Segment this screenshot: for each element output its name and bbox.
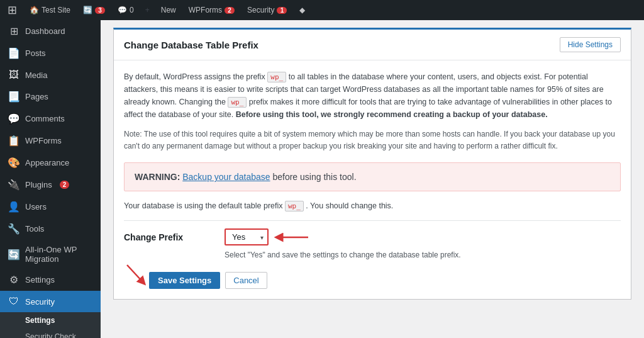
prefix-select[interactable]: Yes No bbox=[225, 228, 269, 245]
divider bbox=[124, 220, 621, 221]
separator: + bbox=[145, 6, 150, 14]
cancel-button[interactable]: Cancel bbox=[225, 272, 267, 289]
actions-row: Save Settings Cancel bbox=[124, 272, 621, 289]
media-icon: 🖼 bbox=[8, 69, 20, 81]
comments-icon: 💬 bbox=[8, 113, 20, 125]
red-arrow-indicator bbox=[274, 230, 311, 245]
admin-bar-diamond[interactable]: ◆ bbox=[297, 0, 308, 20]
sidebar-item-tools[interactable]: 🔧 Tools bbox=[0, 218, 101, 240]
sidebar-item-settings[interactable]: ⚙ Settings bbox=[0, 269, 101, 291]
sidebar-subitem-settings[interactable]: Settings bbox=[0, 312, 101, 329]
sidebar-item-label: Security bbox=[25, 297, 55, 307]
site-home-icon: 🏠 bbox=[30, 6, 39, 14]
sidebar-item-label: Users bbox=[25, 202, 47, 211]
wp-logo-icon: ⊞ bbox=[8, 3, 17, 17]
sidebar-item-label: Media bbox=[25, 70, 47, 80]
prefix-select-row: Yes No ▾ bbox=[225, 228, 461, 245]
sidebar-item-appearance[interactable]: 🎨 Appearance bbox=[0, 152, 101, 174]
prefix-code-2: wp_ bbox=[228, 97, 247, 108]
hide-settings-button[interactable]: Hide Settings bbox=[560, 37, 621, 52]
backup-database-link[interactable]: Backup your database bbox=[182, 172, 270, 182]
prefix-code-1: wp_ bbox=[267, 72, 286, 82]
prefix-hint-text: Select "Yes" and save the settings to ch… bbox=[225, 251, 461, 259]
warning-box: WARNING: Backup your database before usi… bbox=[124, 162, 621, 191]
sidebar-item-users[interactable]: 👤 Users bbox=[0, 196, 101, 218]
sidebar-item-label: Plugins bbox=[25, 180, 52, 189]
pages-icon: 📃 bbox=[8, 91, 20, 103]
users-icon: 👤 bbox=[8, 201, 20, 213]
prefix-info-code: wp_ bbox=[285, 201, 304, 211]
sidebar-item-label: Appearance bbox=[25, 158, 69, 167]
plugins-badge: 2 bbox=[60, 181, 70, 189]
updates-icon: 🔄 bbox=[83, 6, 92, 14]
box-body: By default, WordPress assigns the prefix… bbox=[114, 60, 631, 299]
change-prefix-section: Change Prefix Yes No ▾ bbox=[124, 228, 621, 259]
sidebar-item-label: Comments bbox=[25, 114, 65, 123]
sidebar-item-wpforms[interactable]: 📋 WPForms bbox=[0, 130, 101, 152]
sidebar-item-dashboard[interactable]: ⊞ Dashboard bbox=[0, 20, 101, 42]
sidebar-item-plugins[interactable]: 🔌 Plugins 2 bbox=[0, 174, 101, 196]
diamond-icon: ◆ bbox=[299, 6, 305, 14]
sidebar-item-label: Tools bbox=[25, 224, 44, 234]
change-prefix-box: Change Database Table Prefix Hide Settin… bbox=[113, 28, 631, 300]
sidebar-subitem-security-check[interactable]: Security Check bbox=[0, 329, 101, 338]
save-settings-button[interactable]: Save Settings bbox=[149, 272, 220, 289]
posts-icon: 📄 bbox=[8, 47, 20, 59]
main-content-area: Change Database Table Prefix Hide Settin… bbox=[101, 20, 644, 338]
sidebar-item-label: Dashboard bbox=[25, 26, 65, 36]
sidebar-item-comments[interactable]: 💬 Comments bbox=[0, 108, 101, 130]
prefix-controls: Yes No ▾ bbox=[225, 228, 461, 259]
plugins-icon: 🔌 bbox=[8, 179, 20, 191]
admin-bar-site-name[interactable]: 🏠 Test Site bbox=[27, 0, 73, 20]
note-paragraph: Note: The use of this tool requires quit… bbox=[124, 128, 621, 152]
security-icon: 🛡 bbox=[8, 296, 20, 307]
sidebar-item-label: All-in-One WP Migration bbox=[25, 245, 93, 264]
prefix-info-text: Your database is using the default table… bbox=[124, 201, 621, 210]
appearance-icon: 🎨 bbox=[8, 157, 20, 169]
sidebar-item-posts[interactable]: 📄 Posts bbox=[0, 42, 101, 64]
admin-bar-comments[interactable]: 💬 0 bbox=[115, 0, 136, 20]
admin-bar-wp-logo[interactable]: ⊞ bbox=[5, 0, 19, 20]
sidebar-item-label: Posts bbox=[25, 48, 46, 58]
settings-icon: ⚙ bbox=[8, 274, 20, 286]
sidebar: ⊞ Dashboard 📄 Posts 🖼 Media 📃 Pages 💬 Co… bbox=[0, 20, 101, 338]
wpforms-icon: 📋 bbox=[8, 135, 20, 147]
main-layout: ⊞ Dashboard 📄 Posts 🖼 Media 📃 Pages 💬 Co… bbox=[0, 20, 644, 338]
sidebar-item-allinone[interactable]: 🔄 All-in-One WP Migration bbox=[0, 240, 101, 269]
tools-icon: 🔧 bbox=[8, 223, 20, 235]
sidebar-item-label: Pages bbox=[25, 92, 48, 101]
admin-bar-updates[interactable]: 🔄 3 bbox=[80, 0, 108, 20]
admin-bar-security[interactable]: Security 1 bbox=[245, 0, 289, 20]
backup-recommendation: Before using this tool, we strongly reco… bbox=[236, 110, 548, 119]
box-title: Change Database Table Prefix bbox=[124, 40, 258, 50]
prefix-select-wrapper: Yes No ▾ bbox=[225, 228, 269, 245]
migration-icon: 🔄 bbox=[8, 249, 20, 261]
sidebar-item-security[interactable]: 🛡 Security bbox=[0, 291, 101, 312]
admin-bar-new[interactable]: New bbox=[158, 0, 179, 20]
change-prefix-label: Change Prefix bbox=[124, 228, 199, 242]
sidebar-item-media[interactable]: 🖼 Media bbox=[0, 64, 101, 86]
sidebar-item-pages[interactable]: 📃 Pages bbox=[0, 86, 101, 108]
admin-bar: ⊞ 🏠 Test Site 🔄 3 💬 0 + New WPForms 2 Se… bbox=[0, 0, 644, 20]
sidebar-security-submenu: Settings Security Check bbox=[0, 312, 101, 338]
warning-label: WARNING: Backup your database before usi… bbox=[135, 172, 357, 182]
sidebar-item-label: WPForms bbox=[25, 136, 62, 145]
box-header: Change Database Table Prefix Hide Settin… bbox=[114, 30, 631, 60]
dashboard-icon: ⊞ bbox=[8, 25, 20, 37]
svg-line-3 bbox=[127, 265, 143, 282]
save-arrow-indicator bbox=[124, 262, 149, 287]
description-paragraph-1: By default, WordPress assigns the prefix… bbox=[124, 70, 621, 121]
admin-bar-wpforms[interactable]: WPForms 2 bbox=[186, 0, 237, 20]
comments-icon: 💬 bbox=[118, 6, 127, 14]
sidebar-item-label: Settings bbox=[25, 275, 55, 284]
